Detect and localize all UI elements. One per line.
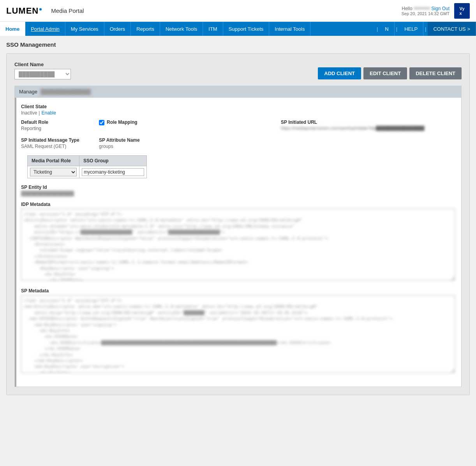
nav-item-support-tickets[interactable]: Support Tickets xyxy=(223,22,270,36)
client-row: Client Name ██████████ ADD CLIENT EDIT C… xyxy=(14,62,462,79)
username: •••••••••• xyxy=(414,6,430,11)
client-name-select[interactable]: ██████████ xyxy=(14,69,71,79)
sp-message-type-label: SP Initiated Message Type xyxy=(21,137,91,143)
header-left: LUMEN Media Portal xyxy=(6,6,84,16)
sp-initiated-url-group: SP Initiated URL https://mediaportal.lum… xyxy=(281,120,455,131)
sp-metadata-section: SP Metadata <?xml version="1.0" encoding… xyxy=(21,288,455,374)
client-name-group: Client Name ██████████ xyxy=(14,62,71,79)
client-state-row: Client State Inactive | Enable xyxy=(21,104,455,116)
idp-metadata-label: IDP Metadata xyxy=(21,202,455,207)
page-title: SSO Management xyxy=(6,41,470,48)
manage-client-name: ██████████████ xyxy=(41,89,91,95)
portal-title: Media Portal xyxy=(51,7,84,14)
hello-label: Hello xyxy=(402,6,412,11)
sp-message-type-value: SAML Request (GET) xyxy=(21,144,91,149)
logo-text: LUMEN xyxy=(6,6,39,16)
page-content: SSO Management Client Name ██████████ AD… xyxy=(0,36,476,466)
default-role-value: Reporting xyxy=(21,126,91,131)
nav-separator-2: | xyxy=(395,22,399,36)
sp-initiated-url-label: SP Initiated URL xyxy=(281,120,455,125)
client-name-label: Client Name xyxy=(14,62,71,67)
fields-grid: Default Role Reporting Role Mapping SP I… xyxy=(21,120,455,131)
nav-item-help[interactable]: HELP xyxy=(399,22,423,36)
role-mapping-checkbox[interactable] xyxy=(99,120,104,125)
state-enable-link[interactable]: Enable xyxy=(41,110,56,116)
sp-metadata-label: SP Metadata xyxy=(21,288,455,294)
sp-entity-row: SP Entity Id ████████████████ xyxy=(21,185,455,196)
delete-client-button[interactable]: DELETE CLIENT xyxy=(409,67,462,79)
default-role-label: Default Role xyxy=(21,120,91,125)
nav-item-network-tools[interactable]: Network Tools xyxy=(160,22,203,36)
manage-section: Manage ██████████████ Client State Inact… xyxy=(14,86,462,387)
role-table-group-cell xyxy=(79,166,147,178)
main-panel: Client Name ██████████ ADD CLIENT EDIT C… xyxy=(6,53,470,395)
nav-item-reports[interactable]: Reports xyxy=(131,22,160,36)
client-state-label: Client State xyxy=(21,104,455,109)
role-mapping-label: Role Mapping xyxy=(107,120,138,125)
nav-item-portal-admin[interactable]: Portal Admin xyxy=(25,22,65,36)
role-table-col1: Media Portal Role xyxy=(28,156,79,166)
top-header: LUMEN Media Portal Hello •••••••••• Sign… xyxy=(0,0,476,22)
nav-separator-3: | xyxy=(423,22,428,36)
state-inactive: Inactive xyxy=(21,110,37,116)
nav-item-n[interactable]: N xyxy=(379,22,394,36)
sp-attribute-group: SP Attribute Name groups xyxy=(99,137,169,149)
sp-initiated-url-value: https://mediaportal.lumen.com/saml/sp/in… xyxy=(281,126,455,130)
sso-group-input[interactable] xyxy=(82,168,144,176)
idp-metadata-textarea[interactable]: <?xml version="1.0" encoding="UTF-8"?> <… xyxy=(21,209,455,281)
nav-item-orders[interactable]: Orders xyxy=(104,22,131,36)
edit-client-button[interactable]: EDIT CLIENT xyxy=(363,67,407,79)
role-table-role-cell: Ticketing xyxy=(28,166,79,178)
datetime: Sep 20, 2021 14:32 GMT xyxy=(401,11,450,16)
role-select[interactable]: Ticketing xyxy=(30,168,77,176)
nav-bar: Home Portal Admin My Services Orders Rep… xyxy=(0,22,476,36)
nav-item-home[interactable]: Home xyxy=(0,22,25,36)
logo-dot xyxy=(39,8,42,11)
header-right: Hello •••••••••• Sign Out Sep 20, 2021 1… xyxy=(401,3,470,19)
lumen-logo: LUMEN xyxy=(6,6,42,16)
role-mapping-group: Role Mapping xyxy=(99,120,273,131)
sp-attribute-label: SP Attribute Name xyxy=(99,137,169,143)
manage-body: Client State Inactive | Enable Default R… xyxy=(14,98,462,387)
sp-entity-value: ████████████████ xyxy=(21,191,455,196)
vyx-logo: Vyx xyxy=(454,3,470,19)
nav-right: | N | HELP | CONTACT US > xyxy=(375,22,476,36)
nav-item-contact-us[interactable]: CONTACT US > xyxy=(428,22,476,36)
sp-fields-row: SP Initiated Message Type SAML Request (… xyxy=(21,137,455,149)
idp-metadata-section: IDP Metadata <?xml version="1.0" encodin… xyxy=(21,202,455,282)
vyx-label: Vyx xyxy=(459,6,464,16)
nav-item-internal-tools[interactable]: Internal Tools xyxy=(269,22,310,36)
nav-item-itm[interactable]: ITM xyxy=(203,22,223,36)
manage-header: Manage ██████████████ xyxy=(14,86,462,98)
sp-message-type-group: SP Initiated Message Type SAML Request (… xyxy=(21,137,91,149)
default-role-group: Default Role Reporting xyxy=(21,120,91,131)
user-info: Hello •••••••••• Sign Out Sep 20, 2021 1… xyxy=(401,6,450,16)
state-values: Inactive | Enable xyxy=(21,110,455,116)
role-table-col2: SSO Group xyxy=(79,156,147,166)
action-buttons: ADD CLIENT EDIT CLIENT DELETE CLIENT xyxy=(318,67,462,79)
manage-label: Manage xyxy=(19,89,37,95)
greeting-line: Hello •••••••••• Sign Out xyxy=(401,6,450,11)
sp-entity-label: SP Entity Id xyxy=(21,185,455,190)
role-mapping-table: Media Portal Role SSO Group Ticketing xyxy=(27,155,147,178)
role-mapping-checkbox-row: Role Mapping xyxy=(99,120,273,126)
role-table-row: Ticketing xyxy=(28,166,147,178)
add-client-button[interactable]: ADD CLIENT xyxy=(318,67,361,79)
sp-metadata-textarea[interactable]: <?xml version="1.0" encoding="UTF-8"?> <… xyxy=(21,295,455,373)
nav-separator: | xyxy=(375,22,379,36)
state-separator: | xyxy=(39,110,40,116)
sign-out-link[interactable]: Sign Out xyxy=(431,6,450,11)
nav-item-my-services[interactable]: My Services xyxy=(65,22,104,36)
sp-attribute-value: groups xyxy=(99,144,169,149)
